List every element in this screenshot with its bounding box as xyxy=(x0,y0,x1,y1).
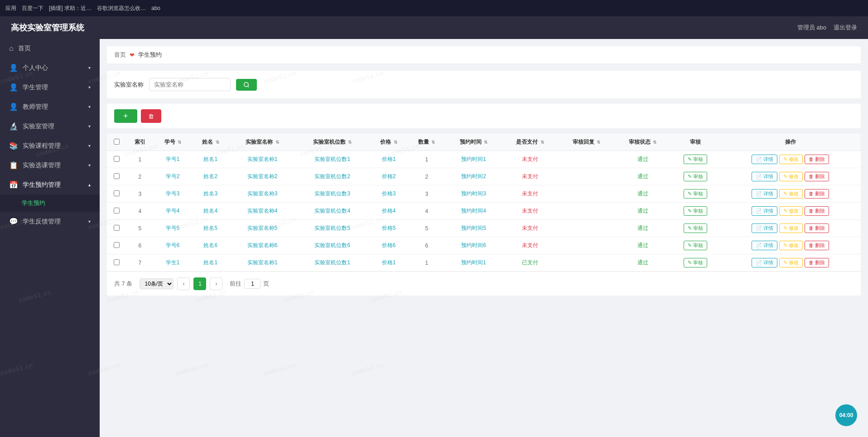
audit-button[interactable]: ✎ 审核 xyxy=(684,223,707,233)
td-student-no[interactable]: 学号4 xyxy=(154,203,192,220)
delete-button[interactable]: 🗑 删除 xyxy=(805,223,829,233)
detail-button[interactable]: 📄 详情 xyxy=(752,172,777,181)
detail-button[interactable]: 📄 详情 xyxy=(752,223,777,233)
detail-button[interactable]: 📄 详情 xyxy=(752,189,777,199)
sidebar-label-students: 学生管理 xyxy=(23,83,48,92)
page-size-select[interactable]: 10条/页 20条/页 50条/页 xyxy=(140,278,174,289)
table-row: 5 学号5 姓名5 实验室名称5 实验室机位数5 价格5 5 预约时间5 未支付… xyxy=(107,220,861,237)
audit-button[interactable]: ✎ 审核 xyxy=(684,258,707,267)
delete-button[interactable]: 🗑 删除 xyxy=(805,206,829,216)
row-checkbox[interactable] xyxy=(114,156,120,162)
row-checkbox[interactable] xyxy=(114,208,120,214)
td-review-reply xyxy=(558,168,614,185)
topbar-baidu[interactable]: 百度一下 xyxy=(22,5,43,12)
detail-button[interactable]: 📄 详情 xyxy=(752,258,777,267)
audit-button[interactable]: ✎ 审核 xyxy=(684,206,707,216)
delete-button[interactable]: 🗑 删除 xyxy=(805,241,829,250)
select-all-checkbox[interactable] xyxy=(114,139,120,145)
td-name[interactable]: 姓名3 xyxy=(192,185,230,203)
page-1-button[interactable]: 1 xyxy=(193,277,206,290)
td-name[interactable]: 姓名6 xyxy=(192,237,230,254)
clock-badge[interactable]: 04:00 xyxy=(835,404,857,426)
edit-button[interactable]: ✎ 修改 xyxy=(779,189,803,199)
td-student-no[interactable]: 学号3 xyxy=(154,185,192,203)
edit-button[interactable]: ✎ 修改 xyxy=(779,223,803,233)
detail-button[interactable]: 📄 详情 xyxy=(752,241,777,250)
sidebar-item-student-booking[interactable]: 📅 学生预约管理 ▴ xyxy=(0,175,100,194)
edit-button[interactable]: ✎ 修改 xyxy=(779,241,803,250)
td-index: 6 xyxy=(126,237,154,254)
sidebar-item-students[interactable]: 👤 学生管理 ▾ xyxy=(0,78,100,97)
sidebar-item-profile[interactable]: 👤 个人中心 ▾ xyxy=(0,58,100,78)
td-ops: 📄 详情 ✎ 修改 🗑 删除 xyxy=(720,237,861,254)
detail-button[interactable]: 📄 详情 xyxy=(752,155,777,164)
sidebar-item-student-feedback[interactable]: 💬 学生反馈管理 ▾ xyxy=(0,212,100,231)
delete-button[interactable]: 🗑 删除 xyxy=(805,155,829,164)
detail-button[interactable]: 📄 详情 xyxy=(752,206,777,216)
td-ops: 📄 详情 ✎ 修改 🗑 删除 xyxy=(720,151,861,168)
breadcrumb-home[interactable]: 首页 xyxy=(114,51,126,59)
row-checkbox[interactable] xyxy=(114,190,120,196)
td-lab-name[interactable]: 实验室名称4 xyxy=(230,203,295,220)
td-name[interactable]: 姓名5 xyxy=(192,220,230,237)
td-name[interactable]: 姓名2 xyxy=(192,168,230,185)
row-checkbox[interactable] xyxy=(114,259,120,265)
td-lab-name[interactable]: 实验室名称3 xyxy=(230,185,295,203)
delete-button[interactable]: 🗑 删除 xyxy=(805,172,829,181)
delete-button[interactable]: 🗑 删除 xyxy=(805,258,829,267)
audit-button[interactable]: ✎ 审核 xyxy=(684,172,707,181)
td-student-no[interactable]: 学号6 xyxy=(154,237,192,254)
delete-button[interactable]: 🗑 删除 xyxy=(805,189,829,199)
topbar-help[interactable]: [插缓] 求助：近… xyxy=(49,5,92,12)
row-checkbox[interactable] xyxy=(114,242,120,248)
sidebar-item-student-booking-sub[interactable]: 学生预约 xyxy=(0,194,100,212)
edit-button[interactable]: ✎ 修改 xyxy=(779,206,803,216)
audit-button[interactable]: ✎ 审核 xyxy=(684,155,707,164)
next-page-button[interactable]: › xyxy=(210,277,222,290)
td-student-no[interactable]: 学号1 xyxy=(154,151,192,168)
td-name[interactable]: 姓名1 xyxy=(192,151,230,168)
prev-page-button[interactable]: ‹ xyxy=(177,277,190,290)
th-review-status: 审核状态 ⇅ xyxy=(614,134,670,151)
search-button[interactable] xyxy=(236,79,257,91)
td-book-time: 预约时间4 xyxy=(446,203,502,220)
search-input[interactable] xyxy=(149,78,231,91)
td-student-no[interactable]: 学号2 xyxy=(154,168,192,185)
td-audit: ✎ 审核 xyxy=(671,168,720,185)
td-student-no[interactable]: 学生1 xyxy=(154,254,192,272)
td-name[interactable]: 姓名1 xyxy=(192,254,230,272)
td-lab-name[interactable]: 实验室名称5 xyxy=(230,220,295,237)
td-lab-name[interactable]: 实验室名称1 xyxy=(230,151,295,168)
logout-button[interactable]: 退出登录 xyxy=(834,24,857,32)
chevron-down-icon: ▾ xyxy=(88,219,91,224)
row-checkbox[interactable] xyxy=(114,173,120,179)
chevron-up-icon: ▴ xyxy=(88,182,91,187)
td-lab-name[interactable]: 实验室名称6 xyxy=(230,237,295,254)
chevron-down-icon: ▾ xyxy=(88,104,91,109)
sidebar-item-lab-course[interactable]: 📚 实验课程管理 ▾ xyxy=(0,136,100,155)
sidebar-item-lab-mgmt[interactable]: 🔬 实验室管理 ▾ xyxy=(0,117,100,136)
td-lab-name[interactable]: 实验室名称1 xyxy=(230,254,295,272)
td-lab-name[interactable]: 实验室名称2 xyxy=(230,168,295,185)
edit-button[interactable]: ✎ 修改 xyxy=(779,172,803,181)
th-paid: 是否支付 ⇅ xyxy=(502,134,558,151)
topbar-apps[interactable]: 应用 xyxy=(5,5,16,12)
edit-button[interactable]: ✎ 修改 xyxy=(779,155,803,164)
audit-button[interactable]: ✎ 审核 xyxy=(684,189,707,199)
sidebar-item-teachers[interactable]: 👤 教师管理 ▾ xyxy=(0,97,100,117)
td-review-status: 通过 xyxy=(614,168,670,185)
breadcrumb-current: 学生预约 xyxy=(138,51,162,59)
add-button[interactable]: + xyxy=(114,109,137,123)
sidebar-item-lab-select[interactable]: 📋 实验选课管理 ▾ xyxy=(0,155,100,175)
topbar-browser-tips[interactable]: 谷歌浏览器怎么收… xyxy=(97,5,146,12)
td-student-no[interactable]: 学号5 xyxy=(154,220,192,237)
audit-button[interactable]: ✎ 审核 xyxy=(684,241,707,250)
goto-input[interactable] xyxy=(244,279,260,289)
batch-delete-button[interactable]: 🗑 xyxy=(141,109,161,123)
td-name[interactable]: 姓名4 xyxy=(192,203,230,220)
edit-button[interactable]: ✎ 修改 xyxy=(779,258,803,267)
sidebar-item-home[interactable]: ⌂ 首页 xyxy=(0,39,100,58)
row-checkbox[interactable] xyxy=(114,225,120,231)
topbar-abo[interactable]: abo xyxy=(151,5,160,11)
td-paid: 已支付 xyxy=(502,254,558,272)
